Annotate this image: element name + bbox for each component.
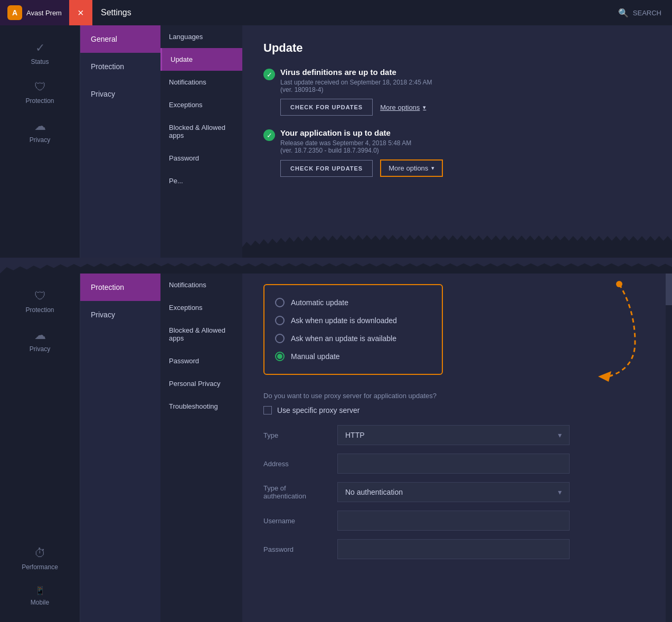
proxy-question: Do you want to use proxy server for appl…	[263, 392, 651, 400]
app-update-title: Your application is up to date	[280, 128, 411, 137]
submenu-password[interactable]: Password	[160, 147, 242, 169]
middle-menu-privacy-bottom[interactable]: Privacy	[80, 301, 160, 328]
top-bar: A Avast Prem × Settings 🔍 SEARCH	[0, 0, 672, 25]
sidebar-item-mobile[interactable]: 📱 Mobile	[0, 578, 80, 614]
dropdown-chevron-auth: ▾	[558, 488, 562, 496]
radio-option-ask-available[interactable]: Ask when an update is available	[275, 329, 431, 347]
chevron-down-icon-2: ▾	[431, 165, 434, 172]
radio-automatic-label: Automatic update	[291, 298, 348, 307]
submenu-pe[interactable]: Pe...	[160, 169, 242, 192]
more-options-btn-1[interactable]: More options ▾	[380, 103, 426, 111]
submenu-bottom: Notifications Exceptions Blocked & Allow…	[160, 274, 242, 622]
privacy-icon-top: ☁	[34, 119, 46, 133]
virus-def-sub2: (ver. 180918-4)	[280, 86, 432, 93]
torn-gap	[0, 258, 672, 274]
sidebar-item-performance[interactable]: ⏱ Performance	[0, 539, 80, 578]
close-button[interactable]: ×	[69, 0, 92, 25]
radio-ask-available[interactable]	[275, 334, 285, 343]
performance-icon: ⏱	[34, 546, 46, 560]
check-updates-btn-1[interactable]: CHECK FOR UPDATES	[280, 99, 373, 116]
submenu-personal-privacy[interactable]: Personal Privacy	[160, 372, 242, 395]
search-icon: 🔍	[618, 8, 629, 18]
app-update-text: Your application is up to date Release d…	[280, 128, 411, 154]
mobile-icon: 📱	[35, 586, 45, 596]
radio-manual-label: Manual update	[291, 352, 340, 361]
address-input[interactable]	[337, 454, 570, 474]
submenu-troubleshooting[interactable]: Troubleshooting	[160, 395, 242, 418]
sidebar-item-protection-bottom[interactable]: 🛡 Protection	[0, 282, 80, 321]
address-label: Address	[263, 460, 327, 468]
radio-manual[interactable]	[275, 352, 285, 361]
submenu-exceptions[interactable]: Exceptions	[160, 93, 242, 116]
proxy-checkbox-row: Use specific proxy server	[263, 406, 651, 414]
submenu-exceptions-bottom[interactable]: Exceptions	[160, 296, 242, 319]
username-input[interactable]	[337, 511, 570, 531]
section-title: Update	[263, 41, 651, 55]
sidebar-item-protection-top[interactable]: 🛡 Protection	[0, 73, 80, 112]
dropdown-chevron-type: ▾	[558, 431, 562, 439]
middle-menu-protection[interactable]: Protection	[80, 53, 160, 80]
search-label: SEARCH	[633, 9, 661, 17]
submenu-password-bottom[interactable]: Password	[160, 350, 242, 372]
sidebar-mobile-label: Mobile	[31, 599, 49, 606]
password-input[interactable]	[337, 539, 570, 559]
radio-automatic[interactable]	[275, 298, 285, 307]
submenu-update[interactable]: Update	[160, 48, 242, 71]
middle-menu-protection-active[interactable]: Protection	[80, 274, 160, 301]
settings-title: Settings	[101, 8, 131, 17]
radio-option-manual[interactable]: Manual update	[275, 347, 431, 365]
virus-def-section: ✓ Virus definitions are up to date Last …	[263, 68, 651, 116]
sidebar-privacy-label-bottom: Privacy	[30, 345, 50, 353]
submenu-notifications[interactable]: Notifications	[160, 71, 242, 93]
more-options-btn-2[interactable]: More options ▾	[380, 159, 443, 177]
app-check-icon: ✓	[263, 129, 275, 141]
sidebar-privacy-label-top: Privacy	[30, 136, 50, 144]
password-row: Password	[263, 539, 651, 559]
address-row: Address	[263, 454, 651, 474]
middle-menu-general[interactable]: General	[80, 25, 160, 53]
sidebar-protection-label-top: Protection	[25, 97, 54, 105]
sidebar-item-status[interactable]: ✓ Status	[0, 34, 80, 73]
proxy-checkbox-label: Use specific proxy server	[277, 406, 359, 414]
left-sidebar-bottom: 🛡 Protection ☁ Privacy ⏱ Performance 📱 M…	[0, 274, 80, 622]
radio-ask-downloaded[interactable]	[275, 316, 285, 325]
logo-icon: A	[7, 5, 22, 20]
middle-menu-privacy[interactable]: Privacy	[80, 80, 160, 108]
protection-icon-bottom: 🛡	[34, 289, 46, 303]
virus-def-title: Virus definitions are up to date	[280, 68, 432, 77]
proxy-checkbox[interactable]	[263, 406, 272, 414]
search-area[interactable]: 🔍 SEARCH	[618, 8, 672, 18]
radio-option-ask-downloaded[interactable]: Ask when update is downloaded	[275, 312, 431, 329]
app-name: Avast Prem	[26, 9, 62, 17]
left-sidebar-top: ✓ Status 🛡 Protection ☁ Privacy	[0, 25, 80, 258]
scrollbar-thumb[interactable]	[666, 274, 672, 305]
submenu-top: Languages Update Notifications Exception…	[160, 25, 242, 258]
scrollbar-track[interactable]	[666, 274, 672, 622]
main-content-bottom: Automatic update Ask when update is down…	[242, 274, 672, 622]
middle-menu-top: General Protection Privacy	[80, 25, 160, 258]
type-dropdown[interactable]: HTTP ▾	[337, 425, 570, 445]
update-options-box: Automatic update Ask when update is down…	[263, 284, 443, 375]
submenu-blocked-allowed-bottom[interactable]: Blocked & Allowed apps	[160, 319, 242, 350]
logo-area: A Avast Prem × Settings	[0, 0, 131, 25]
virus-def-text: Virus definitions are up to date Last up…	[280, 68, 432, 93]
submenu-notifications-bottom[interactable]: Notifications	[160, 274, 242, 296]
auth-row: Type of authentication No authentication…	[263, 482, 651, 502]
sidebar-item-privacy-top[interactable]: ☁ Privacy	[0, 112, 80, 151]
bottom-section: 🛡 Protection ☁ Privacy ⏱ Performance 📱 M…	[0, 274, 672, 622]
torn-edge-top	[242, 231, 672, 258]
status-icon: ✓	[35, 41, 45, 55]
app-update-sub2: (ver. 18.7.2350 - build 18.7.3994.0)	[280, 147, 411, 154]
radio-option-automatic[interactable]: Automatic update	[275, 294, 431, 312]
sidebar-item-privacy-bottom[interactable]: ☁ Privacy	[0, 321, 80, 360]
auth-dropdown[interactable]: No authentication ▾	[337, 482, 570, 502]
username-row: Username	[263, 511, 651, 531]
check-updates-btn-2[interactable]: CHECK FOR UPDATES	[280, 160, 373, 177]
radio-ask-downloaded-label: Ask when update is downloaded	[291, 316, 397, 325]
submenu-languages[interactable]: Languages	[160, 25, 242, 48]
type-label: Type	[263, 431, 327, 439]
svg-point-1	[616, 281, 622, 287]
protection-icon-top: 🛡	[34, 80, 46, 94]
submenu-blocked-allowed[interactable]: Blocked & Allowed apps	[160, 116, 242, 147]
password-label: Password	[263, 545, 327, 553]
